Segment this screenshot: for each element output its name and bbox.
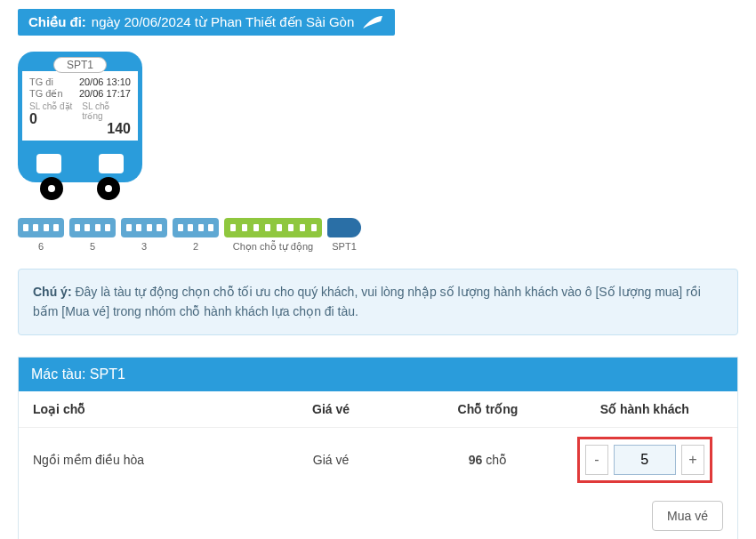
booked-value: 0: [29, 111, 78, 127]
qty-minus-button[interactable]: -: [585, 445, 608, 475]
notice-prefix: Chú ý:: [33, 285, 72, 299]
mac-tau-code: SPT1: [90, 366, 125, 382]
train-roof: SPT1: [18, 52, 142, 71]
notice-body: Đây là tàu tự động chọn chỗ tối ưu cho q…: [33, 285, 701, 318]
col-gia-header: Giá vé: [253, 402, 409, 416]
buy-row: Mua vé: [19, 492, 737, 539]
price-cell[interactable]: Giá vé: [253, 453, 409, 467]
col-cho-header: Chỗ trống: [409, 402, 566, 416]
booked-label: SL chỗ đặt: [29, 101, 78, 111]
mac-tau-title-prefix: Mác tàu:: [31, 366, 90, 382]
train-window: [99, 154, 124, 173]
train-code-pill: SPT1: [53, 57, 107, 73]
coach-item[interactable]: 5: [69, 218, 116, 252]
train-wheels: [18, 177, 142, 200]
coach-label: 2: [193, 241, 198, 252]
available-number: 96: [469, 453, 483, 467]
train-window: [36, 154, 61, 173]
coach-item-auto[interactable]: Chọn chỗ tự động: [224, 218, 322, 253]
coach-item[interactable]: 3: [121, 218, 167, 252]
empty-label: SL chỗ trống: [82, 101, 131, 121]
wheel-icon: [97, 177, 120, 200]
coach-icon: [18, 218, 64, 237]
depart-value: 20/06 13:10: [79, 76, 131, 87]
buy-button[interactable]: Mua vé: [652, 501, 723, 531]
coach-label: 6: [38, 241, 44, 252]
table-head: Loại chỗ Giá vé Chỗ trống Số hành khách: [19, 391, 737, 427]
coach-row: 6 5 3 2 Chọn chỗ tự động SPT1: [18, 218, 738, 253]
wheel-icon: [40, 177, 63, 200]
coach-label: SPT1: [332, 241, 357, 252]
empty-value: 140: [82, 121, 131, 137]
coach-item[interactable]: 2: [173, 218, 219, 252]
depart-label: TG đi: [29, 76, 53, 87]
quantity-stepper: - +: [577, 437, 712, 483]
mac-tau-header: Mác tàu: SPT1: [19, 358, 737, 391]
available-cell: 96 chỗ: [409, 453, 566, 467]
coach-label: Chọn chỗ tự động: [233, 241, 313, 253]
bird-icon: [361, 14, 384, 30]
qty-plus-button[interactable]: +: [681, 445, 704, 475]
arrive-label: TG đến: [29, 88, 63, 100]
coach-icon: [173, 218, 219, 237]
direction-header: Chiều đi: ngày 20/06/2024 từ Phan Thiết …: [18, 9, 395, 36]
coach-icon: [121, 218, 167, 237]
coach-auto-icon: [224, 218, 322, 237]
arrive-value: 20/06 17:17: [79, 88, 131, 100]
direction-text: ngày 20/06/2024 từ Phan Thiết đến Sài Gò…: [92, 14, 354, 30]
direction-label: Chiều đi:: [28, 14, 86, 30]
qty-input[interactable]: [614, 445, 676, 475]
notice-box: Chú ý: Đây là tàu tự động chọn chỗ tối ư…: [18, 269, 738, 335]
col-loai-header: Loại chỗ: [33, 402, 253, 416]
coach-item[interactable]: 6: [18, 218, 64, 252]
quantity-cell: - +: [567, 437, 723, 483]
coach-item-loco[interactable]: SPT1: [327, 218, 361, 252]
col-qty-header: Số hành khách: [567, 402, 723, 416]
seat-type-cell: Ngồi mềm điều hòa: [33, 453, 253, 467]
train-card[interactable]: SPT1 TG đi 20/06 13:10 TG đến 20/06 17:1…: [18, 52, 142, 200]
available-suffix: chỗ: [482, 453, 507, 467]
train-info-box: TG đi 20/06 13:10 TG đến 20/06 17:17 SL …: [18, 71, 142, 145]
table-row: Ngồi mềm điều hòa Giá vé 96 chỗ - +: [19, 427, 737, 492]
coach-label: 3: [141, 241, 147, 252]
mac-tau-box: Mác tàu: SPT1 Loại chỗ Giá vé Chỗ trống …: [18, 357, 738, 539]
coach-icon: [69, 218, 116, 237]
locomotive-icon: [327, 218, 361, 237]
coach-label: 5: [90, 241, 95, 252]
